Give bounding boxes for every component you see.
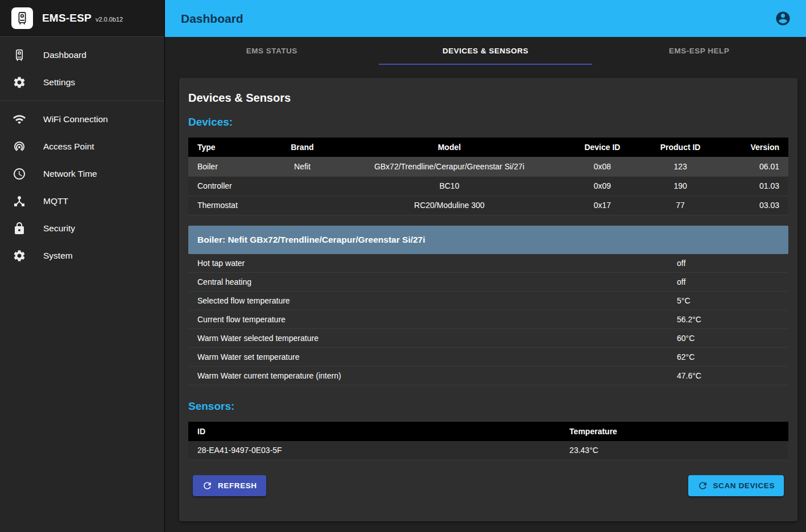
account-button[interactable] — [775, 10, 791, 27]
refresh-button-label: REFRESH — [218, 481, 257, 490]
sidebar-item-label: MQTT — [43, 196, 68, 206]
detail-label: Warm Water current temperature (intern) — [197, 371, 677, 380]
sidebar-item-label: System — [43, 251, 73, 261]
tab-ems-esp-help[interactable]: EMS-ESP HELP — [592, 37, 806, 65]
cell-type: Controller — [188, 176, 261, 196]
lock-icon — [13, 222, 26, 235]
detail-row: Warm Water set temperature 62°C — [188, 348, 788, 367]
tab-ems-status[interactable]: EMS STATUS — [165, 37, 379, 65]
cell-product-id: 77 — [650, 196, 710, 215]
cell-sensor-temperature: 23.43°C — [560, 441, 788, 460]
sidebar-nav: Dashboard Settings WiFi Connection Acc — [0, 37, 164, 274]
boiler-icon — [15, 11, 30, 26]
sidebar-item-network-time[interactable]: Network Time — [0, 160, 164, 188]
device-row-thermostat[interactable]: Thermostat RC20/Moduline 300 0x17 77 03.… — [188, 196, 788, 215]
detail-label: Central heating — [197, 277, 677, 286]
actions-row: REFRESH SCAN DEVICES — [188, 475, 788, 496]
sidebar-item-settings[interactable]: Settings — [0, 69, 164, 96]
appbar: Dashboard — [165, 0, 806, 37]
sensor-row: 28-EA41-9497-0E03-5F 23.43°C — [188, 441, 788, 460]
clock-icon — [13, 167, 26, 181]
selected-device-banner: Boiler: Nefit GBx72/Trendline/Cerapur/Gr… — [188, 226, 788, 254]
devices-sensors-card: Devices & Sensors Devices: Type Brand Mo… — [179, 78, 797, 521]
detail-value: 56.2°C — [677, 315, 779, 324]
sensors-table: ID Temperature 28-EA41-9497-0E03-5F 23.4… — [188, 422, 788, 461]
col-header-type: Type — [188, 138, 261, 157]
sidebar-item-label: WiFi Connection — [43, 114, 108, 124]
detail-label: Warm Water selected temperature — [197, 334, 677, 343]
cell-product-id: 123 — [650, 157, 710, 176]
page-title: Dashboard — [181, 12, 243, 26]
cell-version: 01.03 — [710, 176, 788, 196]
cell-device-id: 0x17 — [555, 196, 651, 215]
cell-model: BC10 — [344, 176, 554, 196]
devices-table-header-row: Type Brand Model Device ID Product ID Ve… — [188, 138, 788, 157]
col-header-product-id: Product ID — [650, 138, 710, 157]
col-header-model: Model — [344, 138, 554, 157]
devices-table: Type Brand Model Device ID Product ID Ve… — [188, 138, 788, 215]
detail-value: 47.6°C — [677, 371, 779, 380]
sidebar-item-mqtt[interactable]: MQTT — [0, 188, 164, 215]
cell-version: 06.01 — [710, 157, 788, 176]
wifi-icon — [13, 113, 26, 126]
account-icon — [775, 10, 791, 27]
detail-row: Warm Water current temperature (intern) … — [188, 367, 788, 385]
content-scroll-area[interactable]: Devices & Sensors Devices: Type Brand Mo… — [165, 65, 806, 532]
devices-heading: Devices: — [188, 116, 788, 128]
detail-row: Warm Water selected temperature 60°C — [188, 329, 788, 348]
cell-type: Thermostat — [188, 196, 261, 215]
detail-row: Selected flow temperature 5°C — [188, 292, 788, 310]
tab-bar: EMS STATUS DEVICES & SENSORS EMS-ESP HEL… — [165, 37, 806, 65]
cell-brand — [261, 196, 345, 215]
cell-brand: Nefit — [261, 157, 345, 176]
sidebar-divider — [0, 101, 164, 101]
device-details-list: Hot tap water off Central heating off Se… — [188, 254, 788, 385]
sidebar-item-system[interactable]: System — [0, 242, 164, 269]
detail-value: 5°C — [677, 296, 779, 305]
cell-brand — [261, 176, 345, 196]
sidebar-item-dashboard[interactable]: Dashboard — [0, 41, 164, 69]
device-row-controller[interactable]: Controller BC10 0x09 190 01.03 — [188, 176, 788, 196]
boiler-icon — [13, 48, 26, 62]
sensors-table-header-row: ID Temperature — [188, 422, 788, 441]
cell-sensor-id: 28-EA41-9497-0E03-5F — [188, 441, 560, 460]
sidebar-item-label: Dashboard — [43, 50, 86, 60]
access-point-icon — [13, 140, 26, 153]
col-header-version: Version — [710, 138, 788, 157]
col-header-brand: Brand — [261, 138, 345, 157]
tab-devices-sensors[interactable]: DEVICES & SENSORS — [379, 37, 593, 65]
detail-label: Current flow temperature — [197, 315, 677, 324]
app-logo — [11, 7, 33, 29]
cell-device-id: 0x08 — [555, 157, 651, 176]
cell-model: RC20/Moduline 300 — [344, 196, 554, 215]
sidebar-item-label: Security — [43, 223, 75, 234]
device-row-boiler[interactable]: Boiler Nefit GBx72/Trendline/Cerapur/Gre… — [188, 157, 788, 176]
cell-type: Boiler — [188, 157, 261, 176]
detail-row: Hot tap water off — [188, 254, 788, 273]
col-header-device-id: Device ID — [555, 138, 651, 157]
sidebar-item-security[interactable]: Security — [0, 215, 164, 242]
gear-icon — [13, 76, 26, 89]
device-hub-icon — [13, 194, 26, 208]
detail-label: Selected flow temperature — [197, 296, 677, 305]
refresh-button[interactable]: REFRESH — [193, 475, 266, 496]
detail-label: Warm Water set temperature — [197, 352, 677, 361]
cell-product-id: 190 — [650, 176, 710, 196]
sidebar-item-access-point[interactable]: Access Point — [0, 133, 164, 160]
sidebar-item-label: Network Time — [43, 169, 97, 179]
detail-value: off — [677, 277, 779, 286]
cell-model: GBx72/Trendline/Cerapur/Greenstar Si/27i — [344, 157, 554, 176]
sidebar-item-label: Settings — [43, 77, 75, 88]
sidebar: EMS-ESP v2.0.0b12 Dashboard Settings — [0, 0, 165, 532]
sidebar-item-label: Access Point — [43, 142, 94, 152]
sidebar-item-wifi-connection[interactable]: WiFi Connection — [0, 106, 164, 133]
cell-device-id: 0x09 — [555, 176, 651, 196]
detail-label: Hot tap water — [197, 259, 677, 268]
detail-value: 62°C — [677, 352, 779, 361]
scan-devices-button-label: SCAN DEVICES — [713, 481, 775, 490]
scan-devices-button[interactable]: SCAN DEVICES — [688, 475, 784, 496]
col-header-temperature: Temperature — [560, 422, 788, 441]
main-area: Dashboard EMS STATUS DEVICES & SENSORS E… — [165, 0, 806, 532]
detail-value: off — [677, 259, 779, 268]
gear-icon — [13, 249, 26, 263]
